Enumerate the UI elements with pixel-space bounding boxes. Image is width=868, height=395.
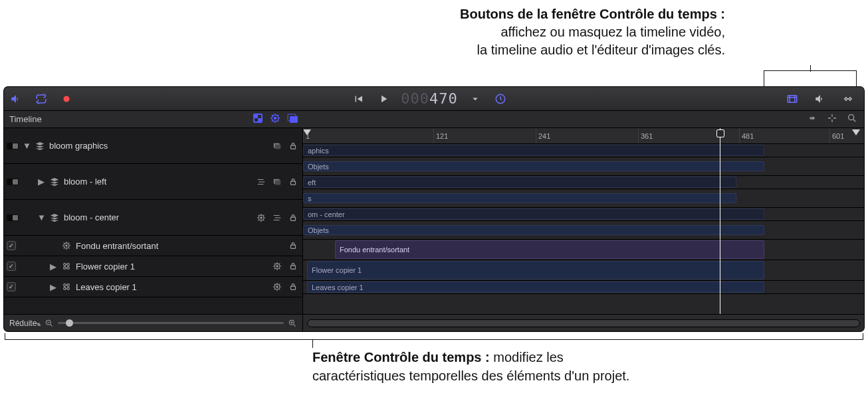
timeline-main-area: ▼bloom graphics▶bloom - left▼bloom - cen…	[4, 128, 864, 314]
layers-icon	[49, 212, 60, 223]
lines-icon[interactable]	[272, 212, 282, 223]
row-size-popup[interactable]: Réduite	[9, 319, 39, 328]
svg-rect-18	[291, 181, 296, 185]
layer-name[interactable]: Fondu entrant/sortant	[76, 241, 158, 251]
window-filter-icon[interactable]	[287, 113, 298, 125]
track-row: aphics	[303, 144, 864, 157]
callout-bottom-rest1: modifiez les	[490, 350, 564, 364]
zoom-in-icon[interactable]	[288, 319, 297, 328]
go-to-start-button[interactable]	[350, 91, 366, 107]
layer-name[interactable]: bloom - left	[64, 177, 106, 187]
disclosure-triangle-icon[interactable]: ▶	[37, 177, 45, 187]
clip-bar[interactable]: eft	[303, 177, 736, 188]
lock-icon[interactable]	[288, 261, 298, 272]
svg-point-34	[64, 287, 66, 290]
lock-icon[interactable]	[288, 281, 298, 292]
transport-bar: 000470	[4, 87, 864, 111]
clip-bar[interactable]: om - center	[303, 208, 764, 220]
clip-bar[interactable]: Objets	[303, 225, 764, 235]
gear-icon[interactable]	[272, 261, 282, 272]
audio-icon[interactable]	[8, 91, 24, 107]
timeline-horizontal-scrollbar[interactable]	[307, 319, 860, 327]
track-row: Leaves copier 1	[303, 281, 864, 294]
layer-name[interactable]: bloom - center	[64, 212, 119, 222]
svg-rect-15	[291, 145, 296, 149]
layer-row[interactable]: ✓▶Leaves copier 1	[4, 277, 302, 297]
svg-rect-38	[291, 286, 296, 289]
layers-icon	[49, 177, 60, 187]
enable-checkbox[interactable]: ✓	[7, 262, 16, 271]
playhead[interactable]	[720, 128, 720, 314]
svg-rect-14	[275, 144, 281, 149]
enable-toggle[interactable]	[7, 214, 19, 221]
timecode-dropdown-icon[interactable]	[467, 91, 483, 107]
show-audio-timeline-button[interactable]	[812, 91, 828, 107]
ruler-tick: 361	[638, 128, 653, 143]
enable-toggle[interactable]	[7, 179, 19, 185]
lock-icon[interactable]	[288, 212, 298, 223]
ruler-tick: 1	[303, 128, 310, 143]
gear-icon[interactable]	[256, 212, 267, 223]
layer-name[interactable]: Flower copier 1	[76, 262, 135, 272]
zoom-fit-icon[interactable]	[847, 113, 857, 125]
enable-checkbox[interactable]: ✓	[7, 241, 16, 250]
gear-icon[interactable]	[272, 281, 282, 292]
stack-icon[interactable]	[272, 141, 282, 151]
lock-icon[interactable]	[288, 240, 298, 251]
enable-toggle[interactable]	[7, 143, 19, 149]
callout-bottom-bold: Fenêtre Contrôle du temps :	[312, 350, 490, 364]
track-row: s	[303, 189, 864, 208]
replicator-icon	[61, 261, 72, 272]
replicator-icon	[61, 281, 72, 292]
clip-bar[interactable]: s	[303, 193, 736, 203]
time-ruler[interactable]: 1121241361481601	[303, 128, 864, 144]
svg-point-0	[64, 96, 70, 102]
clock-icon[interactable]	[492, 91, 508, 107]
lock-icon[interactable]	[288, 177, 298, 187]
clip-bar[interactable]: aphics	[303, 145, 764, 156]
svg-point-28	[67, 267, 70, 270]
zoom-slider[interactable]	[58, 322, 284, 324]
svg-rect-10	[290, 116, 298, 123]
layer-row[interactable]: ✓ Fondu entrant/sortant	[4, 236, 302, 256]
disclosure-triangle-icon[interactable]: ▶	[49, 282, 57, 292]
lines-icon[interactable]	[256, 177, 267, 187]
lock-icon[interactable]	[288, 141, 298, 151]
play-button[interactable]	[376, 91, 391, 107]
timecode-display[interactable]: 000470	[401, 90, 458, 107]
mask-filter-icon[interactable]	[253, 113, 263, 125]
layer-name[interactable]: bloom graphics	[49, 141, 108, 151]
ruler-tick: 121	[433, 128, 448, 143]
layer-name[interactable]: Leaves copier 1	[76, 282, 137, 292]
record-icon[interactable]	[58, 91, 74, 107]
svg-point-8	[274, 118, 276, 119]
enable-checkbox[interactable]: ✓	[7, 282, 16, 291]
layer-row[interactable]: ▼bloom graphics	[4, 128, 302, 164]
track-row: eft	[303, 176, 864, 189]
behavior-filter-icon[interactable]	[270, 113, 280, 125]
disclosure-triangle-icon[interactable]: ▼	[37, 212, 45, 222]
show-keyframe-editor-button[interactable]	[840, 91, 856, 107]
loop-icon[interactable]	[33, 91, 49, 107]
disclosure-triangle-icon[interactable]: ▶	[49, 262, 57, 272]
stack-icon[interactable]	[272, 177, 282, 187]
show-video-timeline-button[interactable]	[784, 91, 800, 107]
zoom-out-icon[interactable]	[45, 319, 54, 328]
clip-bar[interactable]: Fondu entrant/sortant	[335, 240, 764, 259]
disclosure-triangle-icon[interactable]: ▼	[23, 141, 31, 151]
layer-row[interactable]: ✓▶Flower copier 1	[4, 256, 302, 277]
timeline-canvas[interactable]: 1121241361481601 aphicsObjetseftsom - ce…	[303, 128, 864, 314]
svg-rect-24	[291, 245, 296, 248]
clip-bar[interactable]: Flower copier 1	[307, 261, 764, 279]
layer-row[interactable]: ▼bloom - center	[4, 200, 302, 236]
snap-icon[interactable]	[827, 113, 837, 125]
clip-bar[interactable]: Leaves copier 1	[307, 281, 764, 293]
out-marker-icon[interactable]	[852, 129, 860, 135]
layer-row[interactable]: ▶bloom - left	[4, 164, 302, 200]
svg-rect-2	[788, 95, 797, 102]
keyframe-nav-icon[interactable]	[807, 113, 817, 125]
callout-top-text: Boutons de la fenêtre Contrôle du temps …	[460, 5, 725, 59]
clip-bar[interactable]: Objets	[303, 161, 764, 171]
track-row: om - center	[303, 208, 864, 221]
timecode-dim: 000	[401, 90, 429, 107]
